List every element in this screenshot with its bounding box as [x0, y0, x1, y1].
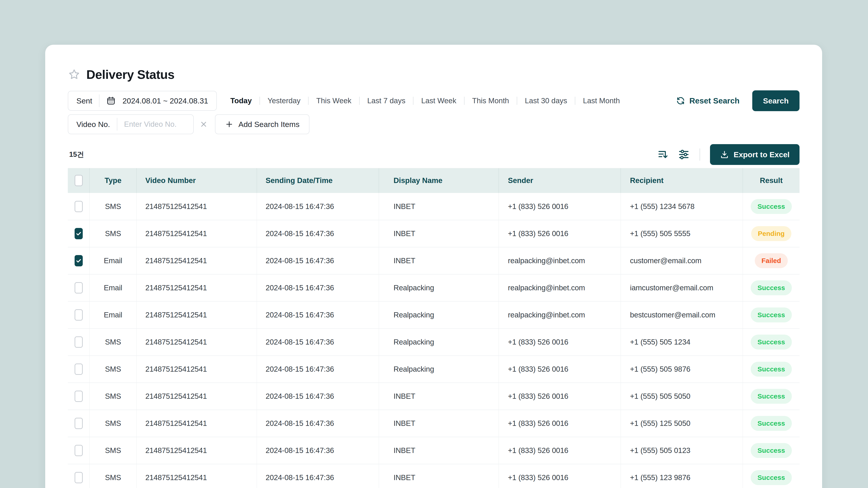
remove-search-item-button[interactable]: [199, 119, 209, 129]
quick-range-this-month[interactable]: This Month: [465, 96, 517, 105]
type-cell: SMS: [90, 383, 136, 410]
display_name-cell: INBET: [379, 437, 499, 464]
video-no-label: Video No.: [76, 120, 110, 129]
row-select-cell: [68, 193, 90, 220]
table-row[interactable]: SMS2148751254125412024-08-15 16:47:36INB…: [68, 464, 800, 488]
sender-cell: realpacking@inbet.com: [499, 301, 621, 328]
video_number-cell: 214875125412541: [136, 193, 257, 220]
column-header-sender: Sender: [499, 168, 621, 193]
table-toolbar: Export to Excel: [657, 144, 800, 165]
column-header-recipient: Recipient: [621, 168, 743, 193]
sender-cell: realpacking@inbet.com: [499, 247, 621, 274]
row-select-cell: [68, 356, 90, 383]
sent_at-cell: 2024-08-15 16:47:36: [257, 437, 379, 464]
result-cell: Failed: [743, 247, 800, 274]
quick-range-today[interactable]: Today: [223, 96, 259, 105]
table-row[interactable]: SMS2148751254125412024-08-15 16:47:36Rea…: [68, 328, 800, 356]
table-row[interactable]: SMS2148751254125412024-08-15 16:47:36INB…: [68, 193, 800, 220]
select-all-checkbox[interactable]: [74, 175, 83, 186]
row-checkbox[interactable]: [74, 391, 83, 402]
column-header-result: Result: [743, 168, 800, 193]
date-field-label: Sent: [76, 96, 92, 105]
date-range-field[interactable]: Sent 2024.08.01 ~ 2024.08.31: [68, 91, 217, 111]
sender-cell: +1 (833) 526 0016: [499, 437, 621, 464]
video-no-input[interactable]: [124, 120, 185, 129]
row-checkbox[interactable]: [74, 228, 83, 239]
recipient-cell: bestcustomer@email.com: [621, 301, 743, 328]
display_name-cell: Realpacking: [379, 328, 499, 356]
type-cell: Email: [90, 274, 136, 301]
result-cell: Success: [743, 274, 800, 301]
display_name-cell: Realpacking: [379, 301, 499, 328]
display_name-cell: Realpacking: [379, 356, 499, 383]
export-to-excel-button[interactable]: Export to Excel: [710, 144, 800, 165]
sent_at-cell: 2024-08-15 16:47:36: [257, 193, 379, 220]
row-checkbox[interactable]: [74, 445, 83, 456]
quick-range-last-week[interactable]: Last Week: [413, 96, 464, 105]
sort-descending-icon: [657, 149, 669, 160]
status-badge: Success: [751, 416, 792, 431]
sender-cell: +1 (833) 526 0016: [499, 464, 621, 488]
row-checkbox[interactable]: [74, 255, 83, 266]
field-divider: [117, 118, 117, 131]
row-checkbox[interactable]: [74, 201, 83, 212]
table-row[interactable]: SMS2148751254125412024-08-15 16:47:36INB…: [68, 437, 800, 464]
row-checkbox[interactable]: [74, 309, 83, 321]
sent_at-cell: 2024-08-15 16:47:36: [257, 383, 379, 410]
display_name-cell: INBET: [379, 193, 499, 220]
table-row[interactable]: Email2148751254125412024-08-15 16:47:36R…: [68, 274, 800, 301]
video_number-cell: 214875125412541: [136, 220, 257, 247]
filter-row-date: Sent 2024.08.01 ~ 2024.08.31 TodayYester…: [68, 90, 800, 111]
recipient-cell: customer@email.com: [621, 247, 743, 274]
row-select-cell: [68, 274, 90, 301]
delivery-table-wrap: TypeVideo NumberSending Date/TimeDisplay…: [68, 168, 800, 488]
recipient-cell: iamcustomer@email.com: [621, 274, 743, 301]
reset-search-button[interactable]: Reset Search: [676, 96, 740, 105]
search-button[interactable]: Search: [752, 90, 800, 111]
favorite-star-icon[interactable]: [68, 68, 81, 81]
display_name-cell: INBET: [379, 410, 499, 437]
table-row[interactable]: SMS2148751254125412024-08-15 16:47:36INB…: [68, 383, 800, 410]
page-header: Delivery Status: [68, 67, 800, 82]
quick-range-yesterday[interactable]: Yesterday: [260, 96, 308, 105]
row-checkbox[interactable]: [74, 282, 83, 293]
add-search-items-button[interactable]: Add Search Items: [215, 114, 309, 134]
row-select-cell: [68, 220, 90, 247]
table-row[interactable]: Email2148751254125412024-08-15 16:47:36I…: [68, 247, 800, 274]
quick-range-this-week[interactable]: This Week: [309, 96, 359, 105]
sent_at-cell: 2024-08-15 16:47:36: [257, 464, 379, 488]
result-cell: Success: [743, 328, 800, 356]
row-checkbox[interactable]: [74, 418, 83, 429]
quick-range-last-30-days[interactable]: Last 30 days: [517, 96, 575, 105]
display_name-cell: INBET: [379, 247, 499, 274]
result-count: 15건: [68, 150, 84, 159]
quick-range-last-7-days[interactable]: Last 7 days: [360, 96, 413, 105]
sent_at-cell: 2024-08-15 16:47:36: [257, 356, 379, 383]
sender-cell: realpacking@inbet.com: [499, 274, 621, 301]
video_number-cell: 214875125412541: [136, 464, 257, 488]
table-row[interactable]: Email2148751254125412024-08-15 16:47:36R…: [68, 301, 800, 328]
plus-icon: [225, 120, 234, 129]
page-background: Delivery Status Sent 2024.08.0: [0, 0, 868, 488]
row-checkbox[interactable]: [74, 472, 83, 483]
toolbar-divider: [700, 149, 700, 161]
filter-columns-button[interactable]: [678, 149, 690, 160]
type-cell: SMS: [90, 356, 136, 383]
table-row[interactable]: SMS2148751254125412024-08-15 16:47:36INB…: [68, 410, 800, 437]
x-icon: [199, 120, 208, 129]
row-checkbox[interactable]: [74, 363, 83, 375]
sender-cell: +1 (833) 526 0016: [499, 193, 621, 220]
calendar-icon: [106, 96, 116, 105]
field-divider: [99, 94, 99, 107]
table-row[interactable]: SMS2148751254125412024-08-15 16:47:36Rea…: [68, 356, 800, 383]
sort-button[interactable]: [657, 149, 669, 160]
row-checkbox[interactable]: [74, 336, 83, 348]
table-row[interactable]: SMS2148751254125412024-08-15 16:47:36INB…: [68, 220, 800, 247]
quick-range-last-month[interactable]: Last Month: [575, 96, 627, 105]
status-badge: Success: [751, 335, 792, 350]
table-body: SMS2148751254125412024-08-15 16:47:36INB…: [68, 193, 800, 488]
sender-cell: +1 (833) 526 0016: [499, 356, 621, 383]
display_name-cell: INBET: [379, 383, 499, 410]
row-select-cell: [68, 464, 90, 488]
result-cell: Success: [743, 464, 800, 488]
